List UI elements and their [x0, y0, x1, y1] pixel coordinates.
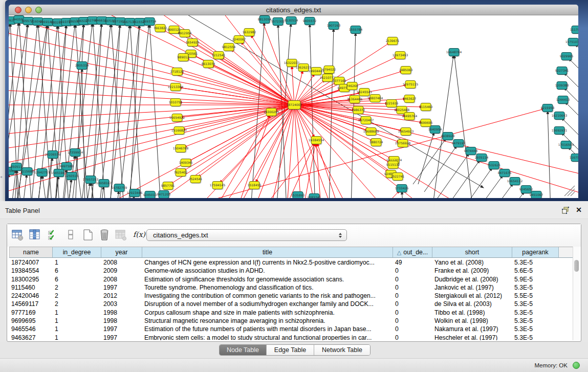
- graph-node[interactable]: 9283741: [308, 194, 321, 199]
- graph-node[interactable]: 2805334: [75, 62, 89, 71]
- graph-node[interactable]: 9812554: [222, 43, 236, 52]
- graph-node[interactable]: 10654112: [507, 178, 523, 186]
- graph-node[interactable]: 9463627: [403, 95, 417, 104]
- function-builder-icon[interactable]: f(x): [133, 230, 145, 244]
- table-row[interactable]: 1872400712008Changes of HCN gene express…: [9, 258, 559, 267]
- graph-node[interactable]: 19384554: [309, 137, 324, 145]
- graph-node[interactable]: 6794022: [322, 66, 336, 75]
- graph-node[interactable]: 9474444: [464, 147, 478, 156]
- graph-node[interactable]: 20206576: [45, 151, 61, 160]
- graph-node[interactable]: 7663822: [154, 25, 167, 33]
- graph-node[interactable]: 1221616: [385, 100, 399, 108]
- graph-node[interactable]: 7625402: [174, 169, 188, 178]
- graph-node[interactable]: 1518455: [248, 182, 262, 190]
- graph-node[interactable]: 1733426: [395, 185, 409, 193]
- graph-node[interactable]: 8613074: [202, 60, 215, 69]
- graph-node[interactable]: 18724007: [287, 101, 302, 111]
- table-row[interactable]: 946554611997Estimation of the future num…: [9, 325, 559, 333]
- graph-node[interactable]: 16648784: [446, 49, 462, 57]
- tab-edge-table[interactable]: Edge Table: [267, 345, 314, 355]
- graph-node[interactable]: 9699695: [419, 119, 433, 128]
- graph-node[interactable]: 7485063: [399, 67, 413, 75]
- tab-network-table[interactable]: Network Table: [314, 345, 370, 355]
- graph-node[interactable]: 1167533: [570, 154, 578, 163]
- table-row[interactable]: 911546021997Tourette syndrome. Phenomeno…: [9, 283, 559, 292]
- graph-node[interactable]: 1409345: [179, 159, 193, 168]
- graph-node[interactable]: 1250515: [65, 172, 79, 181]
- graph-node[interactable]: 15720407: [358, 117, 374, 125]
- table-row[interactable]: 1830029562008Estimation of significance …: [9, 275, 559, 283]
- table-row[interactable]: 946362711997Embryonic stem cells: a mode…: [9, 334, 559, 340]
- graph-node[interactable]: 1535893: [291, 192, 305, 199]
- network-canvas[interactable]: 1609271940557305572121604912069140698021…: [9, 15, 578, 198]
- graph-node[interactable]: 15751074: [565, 38, 578, 47]
- table-settings-icon[interactable]: [11, 228, 24, 242]
- graph-node[interactable]: 1244413: [556, 96, 570, 105]
- graph-node[interactable]: 9115460: [419, 103, 433, 112]
- graph-node[interactable]: 12213364: [168, 83, 184, 92]
- graph-node[interactable]: 8938928: [441, 133, 455, 141]
- new-table-icon[interactable]: [82, 228, 94, 242]
- graph-node[interactable]: 9329965: [560, 53, 574, 61]
- graph-node[interactable]: 989012: [178, 54, 189, 62]
- column-header-short[interactable]: short: [432, 247, 512, 257]
- graph-node[interactable]: 9227341: [555, 67, 569, 76]
- graph-node[interactable]: 2693714: [143, 18, 157, 27]
- graph-node[interactable]: 1907263: [327, 22, 341, 31]
- graph-node[interactable]: 1654925: [186, 39, 200, 48]
- graph-node[interactable]: 21364486: [347, 96, 363, 104]
- graph-node[interactable]: 9857791: [161, 182, 175, 191]
- close-panel-icon[interactable]: ✕: [576, 206, 582, 214]
- graph-node[interactable]: 7532621: [487, 162, 501, 170]
- graph-node[interactable]: 1115688: [20, 168, 34, 177]
- graph-node[interactable]: 16654922: [169, 114, 185, 123]
- graph-node[interactable]: 2139671: [386, 37, 400, 46]
- window-titlebar[interactable]: citations_edges.txt: [9, 5, 578, 15]
- graph-node[interactable]: 8130514: [285, 17, 298, 26]
- graph-node[interactable]: 1555784: [349, 26, 363, 35]
- graph-node[interactable]: 8471676: [498, 169, 512, 178]
- graph-node[interactable]: 2935114: [475, 154, 489, 163]
- graph-node[interactable]: 2718126: [170, 68, 184, 77]
- graph-node[interactable]: 1632982: [243, 29, 256, 37]
- column-header-title[interactable]: title: [142, 247, 393, 257]
- table-row[interactable]: 977716911998Corpus callosum shape and si…: [9, 309, 559, 317]
- graph-node[interactable]: 746266: [346, 82, 358, 91]
- graph-node[interactable]: 12942757: [34, 169, 50, 178]
- tab-node-table[interactable]: Node Table: [220, 345, 267, 355]
- graph-node[interactable]: 8215958: [541, 104, 555, 113]
- column-header-name[interactable]: name: [9, 247, 53, 257]
- table-selector-dropdown[interactable]: citations_edges.txt: [146, 229, 347, 241]
- table-row[interactable]: 969969511998Structural magnetic resonanc…: [9, 317, 559, 325]
- graph-node[interactable]: 9115132: [386, 161, 400, 170]
- graph-node[interactable]: 1880724: [369, 139, 383, 147]
- graph-node[interactable]: 10958167: [96, 180, 112, 188]
- graph-node[interactable]: 12975115: [403, 81, 419, 90]
- splitter-handle[interactable]: ◂: [0, 174, 4, 180]
- memory-status-indicator[interactable]: [573, 362, 580, 369]
- show-columns-icon[interactable]: [29, 228, 41, 242]
- graph-node[interactable]: 1212541: [212, 52, 226, 60]
- column-header-in_degree[interactable]: in_degree: [53, 247, 101, 257]
- table-row[interactable]: 1456911722003Disruption of a novel membe…: [9, 300, 559, 308]
- column-header-out_de[interactable]: △out_de...: [393, 247, 432, 257]
- graph-node[interactable]: 8471203: [157, 191, 171, 199]
- graph-node[interactable]: 1209388: [555, 82, 569, 91]
- graph-node[interactable]: 16782759: [112, 184, 127, 193]
- graph-node[interactable]: 2522741: [391, 173, 405, 182]
- graph-node[interactable]: 10973493: [393, 52, 408, 60]
- table-row[interactable]: 1938455462009Genome-wide association stu…: [9, 267, 559, 275]
- graph-node[interactable]: 9245013: [143, 191, 157, 199]
- graph-node[interactable]: 7524541: [189, 176, 203, 184]
- graph-node[interactable]: 9405572: [303, 17, 317, 26]
- column-header-year[interactable]: year: [101, 247, 142, 257]
- graph-node[interactable]: 1117890: [570, 26, 578, 35]
- graph-node[interactable]: 6479197: [452, 140, 466, 148]
- table-row[interactable]: 2242004622012Investigating the contribut…: [9, 292, 559, 300]
- graph-node[interactable]: 9451067: [530, 191, 543, 199]
- graph-node[interactable]: 5572301: [271, 18, 285, 27]
- select-rows-icon[interactable]: [47, 228, 59, 242]
- column-header-pagerank[interactable]: pagerank: [512, 247, 559, 257]
- graph-node[interactable]: 16210643: [552, 112, 568, 121]
- graph-node[interactable]: 17016504: [558, 141, 574, 150]
